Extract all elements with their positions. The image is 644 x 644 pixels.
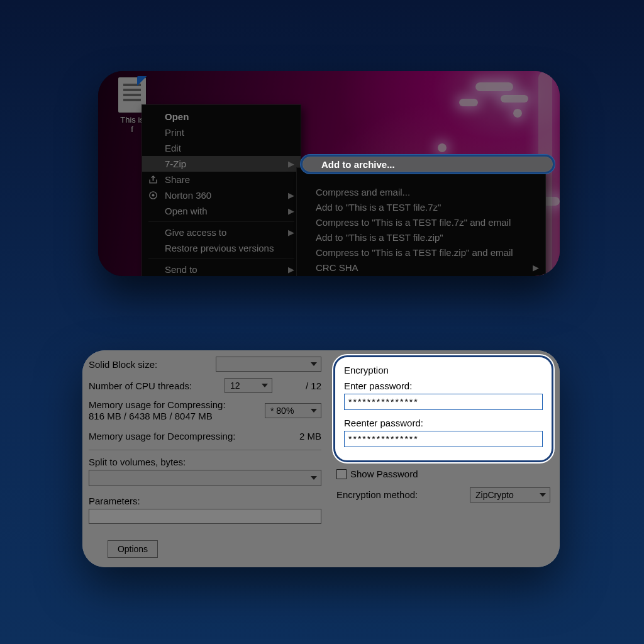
reenter-password-input[interactable] (344, 431, 543, 447)
cpu-threads-label: Number of CPU threads: (89, 380, 225, 391)
mem-decompress-label: Memory usage for Decompressing: (89, 431, 284, 441)
separator (89, 450, 321, 450)
solid-block-combo[interactable] (216, 357, 321, 372)
dim-overlay (98, 71, 560, 276)
submenu-item-label: Add to archive... (321, 159, 395, 170)
enter-password-input[interactable] (344, 394, 543, 410)
encryption-group: Encryption Enter password: Reenter passw… (333, 355, 553, 462)
mem-decompress-value: 2 MB (284, 431, 321, 441)
reenter-password-label: Reenter password: (344, 418, 543, 428)
show-password-checkbox[interactable]: Show Password (336, 469, 418, 479)
split-volumes-label: Split to volumes, bytes: (89, 457, 321, 467)
encryption-group-title: Encryption (344, 365, 543, 375)
cpu-threads-combo[interactable]: 12 (225, 378, 272, 393)
checkbox-icon (336, 469, 347, 479)
dialog-left-column: Solid Block size: Number of CPU threads:… (89, 357, 321, 558)
cpu-threads-total: / 12 (284, 380, 321, 391)
context-menu-screenshot: This is f Open Print Edit 7-Zip ▶ Share … (98, 71, 560, 276)
mem-compress-label: Memory usage for Compressing: 816 MB / 6… (89, 399, 265, 422)
submenu-item-add-to-archive[interactable]: Add to archive... (301, 155, 555, 174)
options-button[interactable]: Options (108, 540, 158, 558)
enter-password-label: Enter password: (344, 380, 543, 391)
parameters-input[interactable] (89, 509, 321, 524)
mem-compress-combo[interactable]: * 80% (265, 403, 321, 418)
add-to-archive-dialog: Solid Block size: Number of CPU threads:… (82, 350, 560, 567)
split-volumes-combo[interactable] (89, 470, 321, 486)
solid-block-label: Solid Block size: (89, 359, 216, 370)
encryption-method-label: Encryption method: (336, 489, 470, 500)
parameters-label: Parameters: (89, 496, 321, 506)
encryption-method-combo[interactable]: ZipCrypto (470, 487, 550, 502)
